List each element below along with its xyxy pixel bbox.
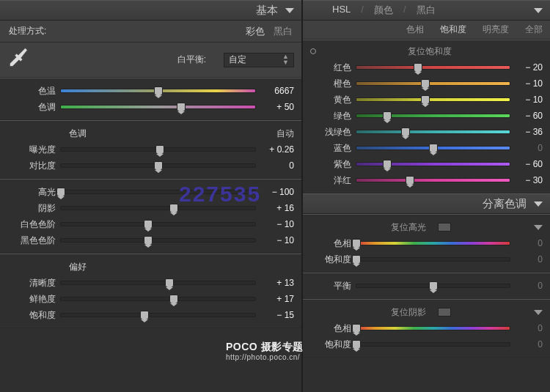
hsl-tab-hsl[interactable]: HSL [332,4,351,17]
tone-heading: 色调 自动 [7,125,294,141]
sh-color-swatch[interactable] [438,308,451,317]
slider-knob[interactable] [429,281,438,291]
treatment-bw[interactable]: 黑白 [274,25,293,38]
tab-hue[interactable]: 色相 [406,23,424,36]
slider-knob[interactable] [154,86,163,96]
panel-title: 分离色调 [483,197,527,211]
split-balance: 平衡 0 [303,273,550,299]
slider-knob[interactable] [352,255,361,265]
white-balance-row: 白平衡: 自定 ▲▼ [0,42,301,78]
sat-orange-slider[interactable]: 橙色 − 10 [310,75,543,92]
chevron-down-icon[interactable] [534,225,543,230]
slider-knob[interactable] [169,295,178,304]
split-shadows: 复位阴影 色相 0 饱和度 0 [303,299,550,358]
saturation-slider[interactable]: 饱和度 − 15 [7,307,294,323]
wb-sliders: 色温 6667 色调 + 50 [0,78,301,120]
sat-aqua-slider[interactable]: 浅绿色 − 36 [310,124,543,140]
slider-knob[interactable] [169,204,178,213]
hsl-tab-bw[interactable]: 黑白 [417,4,436,17]
dropdown-arrows-icon: ▲▼ [282,54,289,65]
slider-knob[interactable] [383,111,392,121]
slider-knob[interactable] [401,127,410,137]
watermark-text: 227535 [179,182,261,207]
slider-knob[interactable] [414,63,422,73]
split-highlights: 复位高光 色相 0 饱和度 0 [303,214,550,273]
basic-panel-header[interactable]: 基本 [0,0,301,21]
slider-knob[interactable] [155,145,164,155]
exposure-slider[interactable]: 曝光度 + 0.26 [7,141,294,158]
slider-knob[interactable] [140,311,149,320]
slider-knob[interactable] [383,160,392,169]
sat-blue-slider[interactable]: 蓝色 0 [310,140,543,156]
slider-knob[interactable] [144,220,153,229]
sh-sat-slider[interactable]: 饱和度 0 [310,336,543,352]
slider-knob[interactable] [406,176,414,185]
tone-section: 色调 自动 曝光度 + 0.26 对比度 0 [0,120,301,179]
wb-mode-value: 自定 [229,53,246,66]
split-toning-header[interactable]: 分离色调 [303,193,550,214]
right-column: HSL / 颜色 / 黑白 色相 饱和度 明亮度 全部 复位饱和度 红色 − 2… [303,0,550,392]
wb-eyedropper-icon[interactable] [7,45,35,75]
tab-luminance[interactable]: 明亮度 [483,23,509,36]
hl-hue-slider[interactable]: 色相 0 [310,235,543,251]
poco-watermark: POCO 摄影专题 http://photo.poco.cn/ [226,341,304,361]
hsl-saturation-sliders: 复位饱和度 红色 − 20 橙色 − 10 黄色 − 10 绿色 − 60 [303,40,550,193]
tint-slider[interactable]: 色调 + 50 [7,99,294,115]
hsl-tab-color[interactable]: 颜色 [374,4,393,17]
tab-saturation[interactable]: 饱和度 [440,23,466,36]
wb-label: 白平衡: [177,53,206,66]
panel-title: 基本 [256,4,278,18]
presence-heading: 偏好 [7,259,294,275]
temperature-slider[interactable]: 色温 6667 [7,83,294,99]
slider-knob[interactable] [421,79,430,89]
presence-section: 偏好 清晰度 + 13 鲜艳度 + 17 饱和度 − 15 [0,254,301,328]
slider-knob[interactable] [177,103,186,112]
hsl-subtabs: 色相 饱和度 明亮度 全部 [303,21,550,40]
sat-green-slider[interactable]: 绿色 − 60 [310,108,543,124]
hsl-panel-header[interactable]: HSL / 颜色 / 黑白 [303,0,550,21]
treatment-color[interactable]: 彩色 [246,25,265,38]
slider-knob[interactable] [421,95,430,105]
lightroom-develop-panels: 基本 处理方式: 彩色 黑白 白平衡: 自定 ▲▼ 色温 6667 [0,0,550,392]
hl-sat-slider[interactable]: 饱和度 0 [310,251,543,267]
whites-slider[interactable]: 白色色阶 − 10 [7,216,294,232]
split-sh-heading: 复位阴影 [310,304,543,320]
vibrance-slider[interactable]: 鲜艳度 + 17 [7,291,294,307]
contrast-slider[interactable]: 对比度 0 [7,158,294,174]
tat-radio-icon[interactable] [310,48,316,54]
balance-slider[interactable]: 平衡 0 [310,278,543,294]
collapse-triangle-icon[interactable] [534,201,543,207]
tab-all[interactable]: 全部 [525,23,543,36]
auto-tone-button[interactable]: 自动 [276,127,294,140]
sat-yellow-slider[interactable]: 黄色 − 10 [310,92,543,108]
slider-knob[interactable] [56,188,65,197]
slider-knob[interactable] [429,144,438,153]
sat-purple-slider[interactable]: 紫色 − 60 [310,156,543,172]
slider-knob[interactable] [165,278,174,288]
collapse-triangle-icon[interactable] [534,8,543,13]
slider-knob[interactable] [154,161,163,171]
sat-magenta-slider[interactable]: 洋红 − 30 [310,172,543,188]
sh-hue-slider[interactable]: 色相 0 [310,320,543,336]
hl-color-swatch[interactable] [438,223,451,232]
blacks-slider[interactable]: 黑色色阶 − 10 [7,232,294,248]
slider-knob[interactable] [144,236,153,245]
slider-knob[interactable] [352,239,361,248]
sat-red-slider[interactable]: 红色 − 20 [310,59,543,75]
slider-knob[interactable] [352,340,361,350]
split-hl-heading: 复位高光 [310,219,543,235]
wb-mode-dropdown[interactable]: 自定 ▲▼ [224,53,294,67]
clarity-slider[interactable]: 清晰度 + 13 [7,275,294,291]
collapse-triangle-icon[interactable] [285,8,294,13]
treatment-label: 处理方式: [9,25,46,37]
chevron-down-icon[interactable] [534,310,543,315]
slider-knob[interactable] [352,324,361,333]
treatment-row: 处理方式: 彩色 黑白 [0,21,301,42]
hsl-reset-heading: 复位饱和度 [310,43,543,59]
